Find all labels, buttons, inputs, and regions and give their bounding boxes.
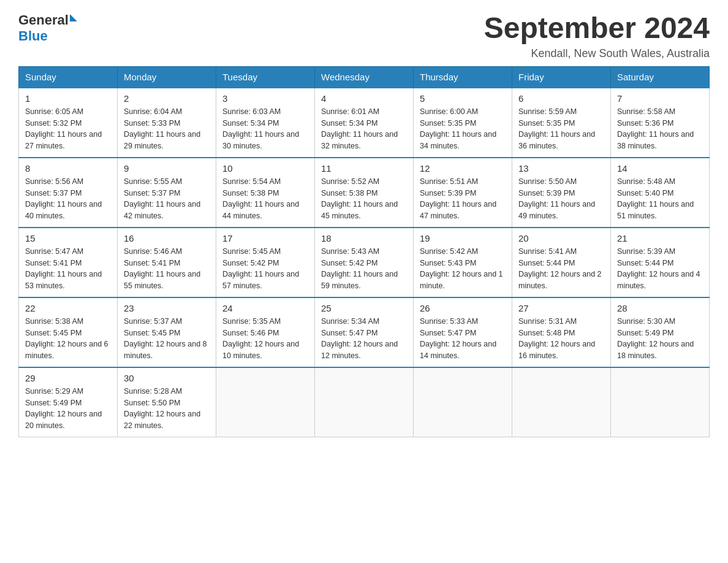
- week-row-5: 29 Sunrise: 5:29 AM Sunset: 5:49 PM Dayl…: [19, 367, 710, 437]
- day-info: Sunrise: 5:52 AM Sunset: 5:38 PM Dayligh…: [321, 176, 407, 222]
- day-number: 17: [222, 233, 308, 243]
- day-info: Sunrise: 6:00 AM Sunset: 5:35 PM Dayligh…: [420, 106, 506, 152]
- calendar-cell: 17 Sunrise: 5:45 AM Sunset: 5:42 PM Dayl…: [216, 228, 315, 297]
- calendar-cell: 26 Sunrise: 5:33 AM Sunset: 5:47 PM Dayl…: [414, 297, 512, 367]
- calendar-cell: [414, 367, 512, 437]
- logo-triangle-icon: [70, 14, 77, 21]
- day-info: Sunrise: 5:54 AM Sunset: 5:38 PM Dayligh…: [222, 176, 308, 222]
- calendar-cell: 14 Sunrise: 5:48 AM Sunset: 5:40 PM Dayl…: [611, 158, 710, 228]
- calendar-cell: 4 Sunrise: 6:01 AM Sunset: 5:34 PM Dayli…: [315, 88, 414, 158]
- day-number: 21: [617, 233, 703, 243]
- day-number: 29: [25, 373, 111, 383]
- day-number: 15: [25, 233, 111, 243]
- title-section: September 2024 Kendall, New South Wales,…: [484, 12, 710, 60]
- col-tuesday: Tuesday: [216, 66, 315, 88]
- calendar-cell: 27 Sunrise: 5:31 AM Sunset: 5:48 PM Dayl…: [512, 297, 611, 367]
- day-info: Sunrise: 5:35 AM Sunset: 5:46 PM Dayligh…: [222, 316, 308, 362]
- day-number: 16: [124, 233, 210, 243]
- calendar-cell: 8 Sunrise: 5:56 AM Sunset: 5:37 PM Dayli…: [19, 158, 118, 228]
- location-subtitle: Kendall, New South Wales, Australia: [484, 47, 710, 60]
- col-thursday: Thursday: [414, 66, 512, 88]
- day-number: 25: [321, 303, 407, 313]
- day-info: Sunrise: 5:51 AM Sunset: 5:39 PM Dayligh…: [420, 176, 506, 222]
- day-number: 7: [617, 93, 703, 104]
- calendar-cell: 3 Sunrise: 6:03 AM Sunset: 5:34 PM Dayli…: [216, 88, 315, 158]
- day-info: Sunrise: 5:41 AM Sunset: 5:44 PM Dayligh…: [518, 246, 604, 292]
- calendar-cell: [611, 367, 710, 437]
- day-number: 1: [25, 93, 111, 104]
- day-info: Sunrise: 5:34 AM Sunset: 5:47 PM Dayligh…: [321, 316, 407, 362]
- day-info: Sunrise: 5:29 AM Sunset: 5:49 PM Dayligh…: [25, 386, 111, 432]
- day-number: 24: [222, 303, 308, 313]
- calendar-cell: 20 Sunrise: 5:41 AM Sunset: 5:44 PM Dayl…: [512, 228, 611, 297]
- calendar-cell: 29 Sunrise: 5:29 AM Sunset: 5:49 PM Dayl…: [19, 367, 118, 437]
- day-number: 5: [420, 93, 506, 104]
- calendar-cell: 6 Sunrise: 5:59 AM Sunset: 5:35 PM Dayli…: [512, 88, 611, 158]
- col-monday: Monday: [118, 66, 216, 88]
- col-friday: Friday: [512, 66, 611, 88]
- day-number: 6: [518, 93, 604, 104]
- calendar-cell: 5 Sunrise: 6:00 AM Sunset: 5:35 PM Dayli…: [414, 88, 512, 158]
- calendar-cell: 16 Sunrise: 5:46 AM Sunset: 5:41 PM Dayl…: [118, 228, 216, 297]
- calendar-cell: 12 Sunrise: 5:51 AM Sunset: 5:39 PM Dayl…: [414, 158, 512, 228]
- calendar-cell: [216, 367, 315, 437]
- calendar-cell: 25 Sunrise: 5:34 AM Sunset: 5:47 PM Dayl…: [315, 297, 414, 367]
- day-info: Sunrise: 5:37 AM Sunset: 5:45 PM Dayligh…: [124, 316, 210, 362]
- day-info: Sunrise: 5:30 AM Sunset: 5:49 PM Dayligh…: [617, 316, 703, 362]
- calendar-cell: 28 Sunrise: 5:30 AM Sunset: 5:49 PM Dayl…: [611, 297, 710, 367]
- day-info: Sunrise: 6:04 AM Sunset: 5:33 PM Dayligh…: [124, 106, 210, 152]
- col-wednesday: Wednesday: [315, 66, 414, 88]
- calendar-cell: 22 Sunrise: 5:38 AM Sunset: 5:45 PM Dayl…: [19, 297, 118, 367]
- day-info: Sunrise: 5:45 AM Sunset: 5:42 PM Dayligh…: [222, 246, 308, 292]
- calendar-cell: 7 Sunrise: 5:58 AM Sunset: 5:36 PM Dayli…: [611, 88, 710, 158]
- calendar-cell: 10 Sunrise: 5:54 AM Sunset: 5:38 PM Dayl…: [216, 158, 315, 228]
- calendar-cell: 13 Sunrise: 5:50 AM Sunset: 5:39 PM Dayl…: [512, 158, 611, 228]
- day-number: 2: [124, 93, 210, 104]
- day-number: 4: [321, 93, 407, 104]
- day-info: Sunrise: 5:43 AM Sunset: 5:42 PM Dayligh…: [321, 246, 407, 292]
- day-number: 10: [222, 163, 308, 174]
- month-title: September 2024: [484, 12, 710, 45]
- page-header: General Blue September 2024 Kendall, New…: [18, 12, 710, 60]
- day-number: 13: [518, 163, 604, 174]
- day-info: Sunrise: 5:58 AM Sunset: 5:36 PM Dayligh…: [617, 106, 703, 152]
- calendar-cell: 24 Sunrise: 5:35 AM Sunset: 5:46 PM Dayl…: [216, 297, 315, 367]
- day-info: Sunrise: 6:01 AM Sunset: 5:34 PM Dayligh…: [321, 106, 407, 152]
- day-number: 14: [617, 163, 703, 174]
- week-row-4: 22 Sunrise: 5:38 AM Sunset: 5:45 PM Dayl…: [19, 297, 710, 367]
- day-number: 26: [420, 303, 506, 313]
- day-number: 23: [124, 303, 210, 313]
- day-number: 12: [420, 163, 506, 174]
- day-number: 8: [25, 163, 111, 174]
- day-info: Sunrise: 5:42 AM Sunset: 5:43 PM Dayligh…: [420, 246, 506, 292]
- calendar-cell: [512, 367, 611, 437]
- calendar-cell: 2 Sunrise: 6:04 AM Sunset: 5:33 PM Dayli…: [118, 88, 216, 158]
- day-number: 19: [420, 233, 506, 243]
- week-row-2: 8 Sunrise: 5:56 AM Sunset: 5:37 PM Dayli…: [19, 158, 710, 228]
- col-sunday: Sunday: [19, 66, 118, 88]
- calendar-cell: 23 Sunrise: 5:37 AM Sunset: 5:45 PM Dayl…: [118, 297, 216, 367]
- week-row-3: 15 Sunrise: 5:47 AM Sunset: 5:41 PM Dayl…: [19, 228, 710, 297]
- day-number: 28: [617, 303, 703, 313]
- day-info: Sunrise: 5:38 AM Sunset: 5:45 PM Dayligh…: [25, 316, 111, 362]
- calendar-cell: 18 Sunrise: 5:43 AM Sunset: 5:42 PM Dayl…: [315, 228, 414, 297]
- col-saturday: Saturday: [611, 66, 710, 88]
- day-number: 18: [321, 233, 407, 243]
- calendar-cell: 21 Sunrise: 5:39 AM Sunset: 5:44 PM Dayl…: [611, 228, 710, 297]
- day-info: Sunrise: 5:50 AM Sunset: 5:39 PM Dayligh…: [518, 176, 604, 222]
- day-number: 11: [321, 163, 407, 174]
- day-number: 30: [124, 373, 210, 383]
- calendar-cell: [315, 367, 414, 437]
- day-info: Sunrise: 5:55 AM Sunset: 5:37 PM Dayligh…: [124, 176, 210, 222]
- week-row-1: 1 Sunrise: 6:05 AM Sunset: 5:32 PM Dayli…: [19, 88, 710, 158]
- day-info: Sunrise: 5:33 AM Sunset: 5:47 PM Dayligh…: [420, 316, 506, 362]
- day-info: Sunrise: 5:46 AM Sunset: 5:41 PM Dayligh…: [124, 246, 210, 292]
- day-info: Sunrise: 5:39 AM Sunset: 5:44 PM Dayligh…: [617, 246, 703, 292]
- calendar-table: Sunday Monday Tuesday Wednesday Thursday…: [18, 66, 710, 437]
- calendar-cell: 19 Sunrise: 5:42 AM Sunset: 5:43 PM Dayl…: [414, 228, 512, 297]
- calendar-cell: 15 Sunrise: 5:47 AM Sunset: 5:41 PM Dayl…: [19, 228, 118, 297]
- day-info: Sunrise: 5:56 AM Sunset: 5:37 PM Dayligh…: [25, 176, 111, 222]
- logo: General Blue: [18, 12, 77, 44]
- day-info: Sunrise: 5:47 AM Sunset: 5:41 PM Dayligh…: [25, 246, 111, 292]
- day-info: Sunrise: 5:48 AM Sunset: 5:40 PM Dayligh…: [617, 176, 703, 222]
